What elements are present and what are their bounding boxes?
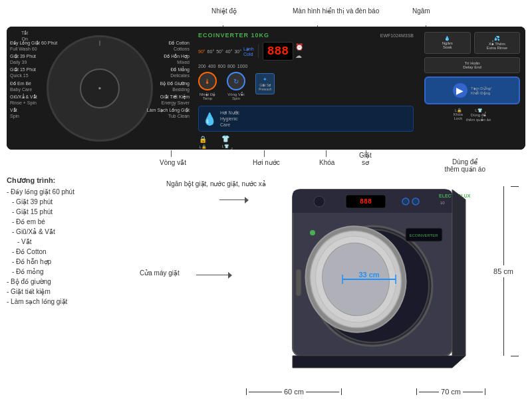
dim-height-line <box>503 186 504 265</box>
temp-knob-area: 🌡 Nhiệt ĐộTemp <box>198 72 217 100</box>
program-item-7: - Đồ Cotton <box>7 247 126 257</box>
program-title: Chương trình: <box>7 176 126 185</box>
steam-icon: 💧 <box>202 112 217 126</box>
steam-label: Hơi NướcHygienicCare <box>220 110 239 128</box>
program-item-8: - Đồ hỗn hợp <box>7 257 126 267</box>
cua-may-line <box>196 275 229 275</box>
model-label: EWF1024M3SB <box>380 33 414 38</box>
ngam-btn[interactable]: 💧 NgâmSoak <box>424 32 471 54</box>
dim-bottom-tick <box>511 356 519 356</box>
dim-height-area: 85 cm <box>491 186 515 356</box>
eco-header-row: ECOINVERTER 10KG EWF1024M3SB <box>198 32 414 39</box>
spin-knob-area: ↻ Vòng VắtSpin <box>227 72 245 100</box>
temp-90: 90° <box>198 49 205 54</box>
temp-60: 60° <box>207 49 215 54</box>
temp-40: 40° <box>225 49 233 54</box>
tick-left-70 <box>416 388 417 395</box>
main-container: Nhiệt độ Màn hình hiển thị và đèn báo Ng… <box>0 0 532 399</box>
spin-200: 200 <box>198 64 206 68</box>
xa-icon: 💦 <box>477 36 518 41</box>
delay-btn[interactable]: Trì HoãnDelay End <box>424 57 520 73</box>
clothes-icon: 👕 <box>221 135 229 142</box>
spin-400: 400 <box>208 64 216 68</box>
program-item-3: - Giặt 15 phút <box>7 207 126 217</box>
lock-item: 🔒 L🔒KhóaLock <box>198 136 207 150</box>
program-item-10: - Bộ đồ giường <box>7 277 126 287</box>
lock-icon: 🔒 <box>199 136 207 143</box>
spin-600: 600 <box>217 64 225 68</box>
eco-inverter-label: ECOINVERTER 10KG <box>198 32 269 39</box>
ngam-icon: 💧 <box>427 36 468 41</box>
program-item-9: - Đồ mỏng <box>7 267 126 277</box>
lock-bottom: L🔒KhóaLock <box>454 108 463 122</box>
line-70 <box>419 392 439 392</box>
label-cotton: Đồ CottonCottons <box>147 40 190 52</box>
program-item-5: - Giũ/Xả & Vắt <box>7 227 126 237</box>
display-digits: 888 <box>267 45 289 58</box>
program-list: Chương trình: - Đầy lồng giặt 60 phút - … <box>7 176 126 307</box>
label-39: Giặt 39 PhútDaily 39 <box>10 53 57 65</box>
temp-cold: LạnhCold <box>243 47 254 57</box>
tick-left-60 <box>246 388 247 395</box>
dim-60-label: 60 cm <box>284 388 304 396</box>
dim-70-label: 70 cm <box>441 388 461 396</box>
program-item-6: - Vắt <box>7 237 126 247</box>
label-delicates: Đồ MỏngDelicates <box>147 66 190 78</box>
dial-labels-row: 🌡 Nhiệt ĐộTemp ↻ Vòng VắtSpin ✦ Giặt SơP… <box>198 72 414 100</box>
ngam-label: NgâmSoak <box>427 41 468 49</box>
label-mixed: Đồ Hỗn HợpMixed <box>147 53 190 65</box>
annotation-ngam: Ngâm <box>412 7 430 15</box>
steam-area: 💧 Hơi NướcHygienicCare <box>198 106 414 132</box>
program-item-2: - Giặt 39 phút <box>7 197 126 207</box>
dim-top-tick <box>511 186 519 187</box>
status-icons: ⏰ ☁ <box>295 43 303 59</box>
panel-section: Nhiệt độ Màn hình hiển thị và đèn báo Ng… <box>7 7 525 166</box>
prewash-btn[interactable]: ✦ Giặt SơPrewash <box>255 73 275 94</box>
line-60-right <box>306 392 339 392</box>
lock-area: 🔒 L🔒KhóaLock 👕 L👕Dùng đểthêm quần áo <box>198 135 414 150</box>
time-display: 888 <box>263 42 293 61</box>
spin-knob-label: Vòng VắtSpin <box>227 92 244 100</box>
delay-label: Trì HoãnDelay End <box>428 61 516 69</box>
svg-point-7 <box>412 198 419 205</box>
program-dial[interactable]: ● <box>47 35 153 142</box>
line-70-right <box>463 392 483 392</box>
temp-30: 30° <box>234 49 241 54</box>
right-controls: 💧 NgâmSoak 💦 Xả ThêmExtra Rinse Trì Hoãn… <box>419 27 525 150</box>
spin-knob[interactable]: ↻ <box>227 72 245 90</box>
program-item-1: - Đầy lồng giặt 60 phút <box>7 187 126 197</box>
program-buttons: ✦ Giặt SơPrewash <box>255 73 275 100</box>
dim-60-row: 60 cm <box>246 388 342 396</box>
status-icon-2: ☁ <box>295 52 303 59</box>
start-label: Tạm Dừng/Khởi Động <box>471 86 491 95</box>
dim-height-line2 <box>503 277 504 356</box>
program-item-4: - Đồ em bé <box>7 217 126 227</box>
dim-depth-area: 70 cm <box>416 388 485 396</box>
dial-tick <box>99 41 100 46</box>
ngan-bot-label: Ngăn bột giặt, nước giặt, nước xả <box>166 180 266 189</box>
prewash-label: Giặt SơPrewash <box>259 83 271 91</box>
label-bedding: Bộ Đồ GiườngBedding <box>147 80 190 92</box>
program-dial-area: TắtOn Đầy Lồng Giặt 60 PhútFull Wash 60 … <box>7 27 193 150</box>
play-icon: ▶ <box>453 83 467 98</box>
program-item-12: - Làm sạch lồng giặt <box>7 297 126 307</box>
line-60 <box>249 392 282 392</box>
temp-options-row: 90° 60° 50° 40° 30° LạnhCold 888 ⏰ ☁ <box>198 42 414 61</box>
xa-them-btn[interactable]: 💦 Xả ThêmExtra Rinse <box>474 32 521 54</box>
spin-800: 800 <box>227 64 235 68</box>
ngan-bot-line <box>219 200 246 200</box>
control-panel: TắtOn Đầy Lồng Giặt 60 PhútFull Wash 60 … <box>7 27 525 150</box>
annotation-hoi-nuoc: Hơi nước <box>253 159 280 166</box>
annotation-khoa: Khóa <box>319 159 334 166</box>
add-bottom: L👕Dùng đểthêm quần áo <box>466 108 491 122</box>
tick-right-70 <box>485 388 485 395</box>
start-pause-btn[interactable]: ▶ Tạm Dừng/Khởi Động <box>424 76 520 104</box>
machine-illustration: Ngăn bột giặt, nước giặt, nước xả Cửa má… <box>133 170 519 399</box>
temp-knob[interactable]: 🌡 <box>198 72 217 90</box>
dim-height-label: 85 cm <box>491 265 515 277</box>
dial-center: ● <box>80 68 120 108</box>
line-giat-so <box>366 150 366 157</box>
xa-label: Xả ThêmExtra Rinse <box>477 41 518 50</box>
spin-options-row: 200 400 600 800 1000 <box>198 64 414 68</box>
svg-text:ECOINVERTER: ECOINVERTER <box>409 233 438 237</box>
